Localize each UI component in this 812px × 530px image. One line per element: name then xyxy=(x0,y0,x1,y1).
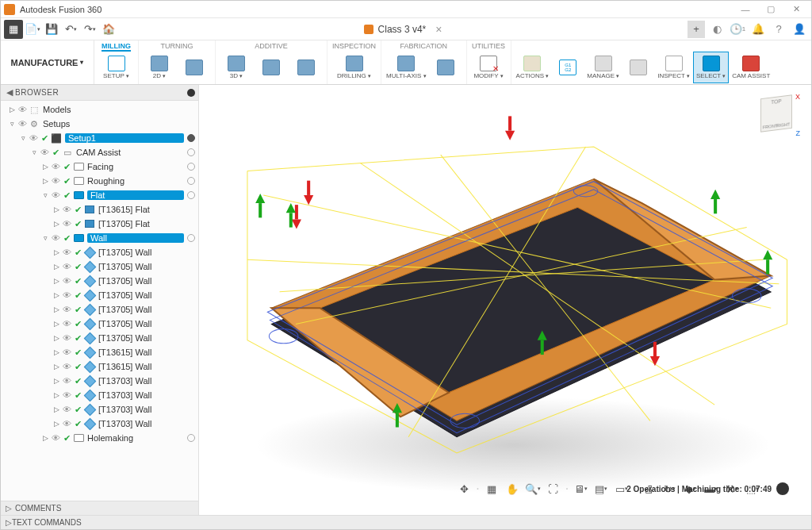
tree-twisty-icon[interactable]: ▷ xyxy=(52,420,61,428)
look-at-button[interactable]: ▦ xyxy=(483,480,500,497)
new-tab-button[interactable]: + xyxy=(688,21,705,38)
tree-node[interactable]: ▿👁✔▭CAM Assist xyxy=(1,145,198,159)
tree-node[interactable]: ▷👁✔Facing xyxy=(1,159,198,174)
tree-twisty-icon[interactable]: ▷ xyxy=(7,106,17,113)
visibility-icon[interactable]: 👁 xyxy=(61,319,72,328)
browser-settings-icon[interactable] xyxy=(187,89,195,97)
visibility-icon[interactable]: 👁 xyxy=(61,405,72,414)
tree-twisty-icon[interactable]: ▷ xyxy=(52,334,61,342)
2d-button[interactable]: 2D ▾ xyxy=(144,52,175,83)
select-button[interactable]: SELECT ▾ xyxy=(693,52,729,83)
tree-twisty-icon[interactable]: ▷ xyxy=(52,320,61,328)
visibility-icon[interactable]: 👁 xyxy=(61,333,72,343)
cloudcredits-icon[interactable] xyxy=(776,482,789,495)
inspect-button[interactable]: INSPECT ▾ xyxy=(657,52,690,83)
status-ring-icon[interactable] xyxy=(187,191,195,199)
view-cube[interactable]: X TOP FRONT RIGHT Z xyxy=(754,91,802,139)
tree-node[interactable]: ▷👁✔[T13705] Wall xyxy=(1,331,198,345)
visibility-icon[interactable]: 👁 xyxy=(50,233,61,243)
visibility-icon[interactable]: 👁 xyxy=(61,376,72,386)
tree-twisty-icon[interactable]: ▷ xyxy=(52,305,61,313)
visibility-icon[interactable]: 👁 xyxy=(61,219,72,229)
browser-tree[interactable]: ▷👁⬚Models▿👁⚙Setups▿👁✔⬛Setup1▿👁✔▭CAM Assi… xyxy=(1,101,198,501)
status-ring-icon[interactable] xyxy=(187,134,195,142)
browser-header[interactable]: ◀ BROWSER xyxy=(1,85,198,101)
tree-node[interactable]: ▷👁✔[T13615] Wall xyxy=(1,359,198,374)
tree-node[interactable]: ▿👁✔⬛Setup1 xyxy=(1,131,198,145)
tree-node[interactable]: ▷👁✔[T13705] Wall xyxy=(1,317,198,331)
status-ring-icon[interactable] xyxy=(187,148,195,156)
actions-button[interactable]: ACTIONS ▾ xyxy=(516,52,550,83)
ribbon-tab-milling[interactable]: MILLING SETUP ▾ xyxy=(94,40,139,84)
tree-node[interactable]: ▷👁✔[T13705] Flat xyxy=(1,217,198,231)
job-status-button[interactable]: 🕒1 xyxy=(729,21,746,38)
status-ring-icon[interactable] xyxy=(187,163,195,171)
tree-twisty-icon[interactable]: ▷ xyxy=(40,434,50,442)
workspace-selector[interactable]: MANUFACTURE▾ xyxy=(1,40,94,84)
tree-twisty-icon[interactable]: ▷ xyxy=(52,405,61,413)
3d-extra-icon[interactable] xyxy=(255,52,287,83)
visibility-icon[interactable]: 👁 xyxy=(50,190,61,200)
visibility-icon[interactable]: 👁 xyxy=(61,348,72,357)
status-ring-icon[interactable] xyxy=(187,177,195,185)
visibility-icon[interactable]: 👁 xyxy=(61,262,72,271)
visibility-icon[interactable]: 👁 xyxy=(17,119,28,129)
tree-node[interactable]: ▷👁✔[T13703] Wall xyxy=(1,402,198,417)
ribbon-tab-inspection[interactable]: INSPECTION DRILLING ▾ xyxy=(327,40,381,84)
2d-extra-icon[interactable] xyxy=(178,52,210,83)
tree-twisty-icon[interactable]: ▷ xyxy=(40,163,50,171)
visibility-icon[interactable]: 👁 xyxy=(61,390,72,400)
tree-twisty-icon[interactable]: ▷ xyxy=(52,391,61,399)
cam-assist-button[interactable]: CAM ASSIST xyxy=(732,52,770,83)
comments-expand-icon[interactable]: ▷ xyxy=(6,504,15,513)
visibility-icon[interactable]: 👁 xyxy=(50,162,61,171)
browser-collapse-icon[interactable]: ◀ xyxy=(4,87,15,98)
tree-twisty-icon[interactable]: ▿ xyxy=(40,191,50,199)
ribbon-tab-additive[interactable]: ADDITIVE 3D ▾ xyxy=(216,40,327,84)
document-tab[interactable]: Class 3 v4* × xyxy=(118,23,688,36)
manage-extra-icon[interactable] xyxy=(622,52,654,83)
tree-twisty-icon[interactable]: ▿ xyxy=(29,148,39,156)
tree-twisty-icon[interactable]: ▷ xyxy=(52,277,61,285)
pan-button[interactable]: ✋ xyxy=(504,480,521,497)
fit-button[interactable]: ⛶ xyxy=(545,480,562,497)
ribbon-tab-turning[interactable]: TURNING 2D ▾ xyxy=(139,40,216,84)
tree-node[interactable]: ▿👁⚙Setups xyxy=(1,117,198,131)
status-ring-icon[interactable] xyxy=(187,434,195,442)
3d-button[interactable]: 3D ▾ xyxy=(220,52,252,83)
ribbon-tab-fabrication[interactable]: FABRICATION MULTI-AXIS ▾ xyxy=(381,40,467,84)
data-panel-button[interactable]: ▦ xyxy=(4,20,23,39)
manage-button[interactable]: MANAGE ▾ xyxy=(587,52,619,83)
tree-twisty-icon[interactable]: ▷ xyxy=(40,177,50,185)
tree-node[interactable]: ▷👁⬚Models xyxy=(1,102,198,117)
orbit-button[interactable]: ✥ xyxy=(455,480,473,497)
visibility-icon[interactable]: 👁 xyxy=(61,290,72,300)
tree-node[interactable]: ▷👁✔[T13705] Wall xyxy=(1,302,198,317)
zoom-button[interactable]: 🔍▾ xyxy=(524,480,542,497)
tree-node[interactable]: ▷👁✔Holemaking xyxy=(1,431,198,445)
tree-node[interactable]: ▷👁✔Roughing xyxy=(1,174,198,188)
tree-node[interactable]: ▷👁✔[T13703] Wall xyxy=(1,374,198,388)
redo-button[interactable]: ↷▾ xyxy=(80,20,99,39)
tree-twisty-icon[interactable]: ▷ xyxy=(52,248,61,256)
multiaxis-extra-icon[interactable] xyxy=(430,52,462,83)
minimize-button[interactable]: — xyxy=(733,2,757,17)
tree-node[interactable]: ▷👁✔[T13615] Wall xyxy=(1,345,198,359)
modify-button[interactable]: ✕MODIFY ▾ xyxy=(473,52,504,83)
visibility-icon[interactable]: 👁 xyxy=(61,419,72,428)
tree-node[interactable]: ▷👁✔[T13703] Wall xyxy=(1,388,198,402)
comments-panel-header[interactable]: ▷ COMMENTS xyxy=(1,501,198,515)
visibility-icon[interactable]: 👁 xyxy=(61,362,72,371)
tree-node[interactable]: ▷👁✔[T13705] Wall xyxy=(1,259,198,274)
visibility-icon[interactable]: 👁 xyxy=(28,133,39,143)
display-settings-button[interactable]: 🖥▾ xyxy=(572,480,589,497)
drilling-button[interactable]: DRILLING ▾ xyxy=(337,52,371,83)
help-button[interactable]: ? xyxy=(770,21,787,38)
visibility-icon[interactable]: 👁 xyxy=(50,433,61,443)
visibility-icon[interactable]: 👁 xyxy=(50,176,61,186)
3d-extra-icon2[interactable] xyxy=(290,52,322,83)
tree-node[interactable]: ▷👁✔[T13705] Wall xyxy=(1,288,198,302)
tree-twisty-icon[interactable]: ▷ xyxy=(52,348,61,356)
visibility-icon[interactable]: 👁 xyxy=(61,276,72,286)
textcmd-expand-icon[interactable]: ▷ xyxy=(6,518,12,527)
